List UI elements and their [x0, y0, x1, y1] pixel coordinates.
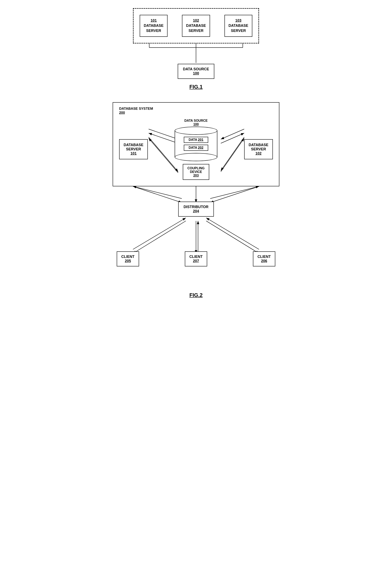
db-server-102: 102 DATABASE SERVER — [182, 15, 210, 37]
db-server-101-fig2: DATABASE SERVER 101 — [119, 139, 148, 159]
data-source-100-fig1: DATA SOURCE 100 — [178, 64, 214, 79]
coupling-device-203: COUPLING DEVICE 203 — [183, 164, 209, 180]
fig1-container: 101 DATABASE SERVER 102 DATABASE SERVER … — [110, 8, 282, 90]
data-source-label-fig2: DATA SOURCE 100 — [184, 119, 208, 126]
fig2-outer-box: DATABASE SYSTEM 200 DATABASE SERVER 101 — [113, 102, 279, 186]
distributor-204: DISTRIBUTOR 204 — [178, 202, 214, 217]
fig2-label: FIG.2 — [189, 292, 202, 298]
client-207: CLIENT 207 — [185, 251, 207, 266]
fig2-full-wrapper: DATABASE SYSTEM 200 DATABASE SERVER 101 — [113, 102, 279, 288]
svg-line-11 — [221, 129, 244, 139]
fig1-connectors-svg — [133, 43, 259, 64]
data-chip-202: DATA 202 — [184, 145, 208, 151]
db-server-103: 103 DATABASE SERVER — [224, 15, 252, 37]
fig2-container: DATABASE SYSTEM 200 DATABASE SERVER 101 — [110, 102, 282, 298]
svg-line-14 — [221, 138, 244, 172]
client-205: CLIENT 205 — [117, 251, 139, 266]
data-chip-201: DATA 201 — [184, 137, 208, 143]
client-206: CLIENT 206 — [253, 251, 275, 266]
fig2-overlay-content: DISTRIBUTOR 204 CLIENT 205 CLIENT 207 — [113, 186, 279, 288]
svg-line-12 — [221, 133, 244, 143]
system-label: DATABASE SYSTEM 200 — [119, 107, 273, 115]
db-server-102-fig2: DATABASE SERVER 102 — [244, 139, 273, 159]
svg-line-13 — [221, 137, 244, 171]
db-server-101: 101 DATABASE SERVER — [140, 15, 168, 37]
page: 101 DATABASE SERVER 102 DATABASE SERVER … — [110, 8, 282, 298]
fig1-label: FIG.1 — [189, 84, 202, 90]
